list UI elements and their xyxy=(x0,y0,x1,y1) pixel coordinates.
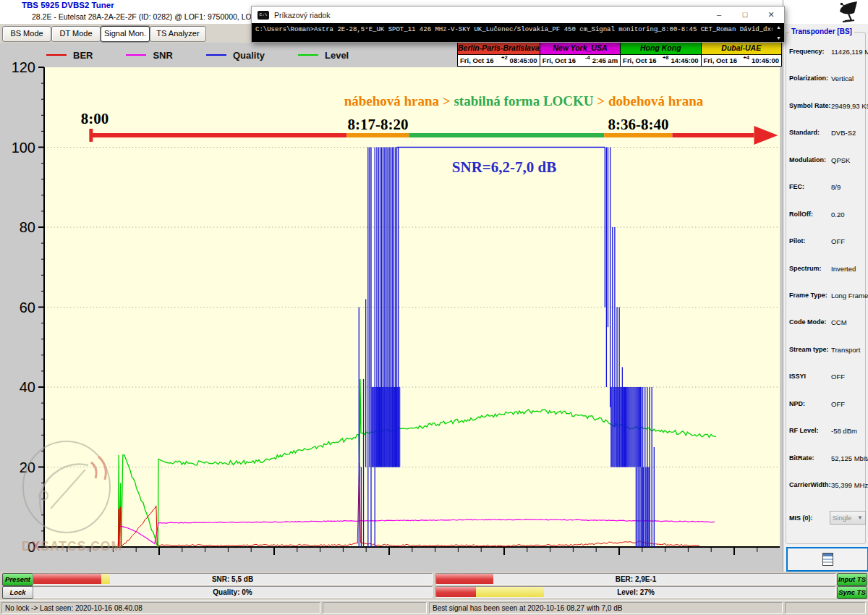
transponder-row-label: ISSYI xyxy=(789,373,831,380)
transponder-row-label: Standard: xyxy=(789,129,831,136)
sync-ts-indicator[interactable]: Sync TS xyxy=(837,586,867,599)
clock-time-row: Fri, Oct 16-42:45 am xyxy=(540,55,620,66)
legend-swatch-ber xyxy=(46,54,67,56)
input-ts-indicator[interactable]: Input TS xyxy=(837,573,867,586)
transponder-row-label: Frame Type: xyxy=(789,292,831,299)
transponder-row-value: Long Frame xyxy=(831,292,868,300)
world-clocks: Berlin-Paris-BratislavaFri, Oct 16+208:4… xyxy=(457,41,782,67)
transponder-row-label: NPD: xyxy=(789,400,831,407)
y-axis-label: 120 xyxy=(12,59,35,75)
mis-dropdown[interactable]: Single ▼ xyxy=(830,511,866,525)
progress-bar-label: BER: 2,9E-1 xyxy=(436,574,835,584)
lock-indicator[interactable]: Lock xyxy=(2,586,33,599)
tab-ts-analyzer-ok-[interactable]: TS Analyzer (OK) xyxy=(150,26,206,42)
cmd-window-title: Príkazový riadok xyxy=(274,11,706,20)
clock-hong-kong: Hong KongFri, Oct 16+814:45:00 xyxy=(621,41,701,67)
transponder-row: RollOff:0.20 xyxy=(789,211,866,237)
clock-utc-offset: +4 xyxy=(743,54,749,61)
y-axis-label: 80 xyxy=(20,219,35,235)
tab-dt-mode[interactable]: DT Mode xyxy=(51,26,101,42)
clock-city-label: Dubai-UAE xyxy=(702,42,781,55)
clock-date: Fri, Oct 16 xyxy=(704,56,744,64)
clock-time: 14:45:00 xyxy=(671,56,699,64)
transponder-row-label: BitRate: xyxy=(789,454,831,462)
scroll-down-icon[interactable]: ▼ xyxy=(776,35,781,41)
phase-annotation: nábehová hrana > stabilná forma LOCKU > … xyxy=(289,93,758,109)
transponder-row: Spectrum:Inverted xyxy=(789,265,866,292)
transponder-row-label: FEC: xyxy=(789,183,831,190)
clock-city-label: Hong Kong xyxy=(621,42,700,55)
transponder-row-value: OFF xyxy=(831,373,845,381)
transponder-row-value: OFF xyxy=(831,400,845,408)
transponder-row: Stream type:Transport xyxy=(789,346,866,373)
watermark-shape: DXSATCS.COM xyxy=(22,539,122,554)
app-window: TBS 5925 DVBS2 Tuner 28.2E - Eutelsat 28… xyxy=(0,0,868,615)
transponder-row: Pilot:OFF xyxy=(789,237,866,264)
cmd-title-bar[interactable]: C:\ Príkazový riadok – □ ✕ xyxy=(252,7,784,23)
phase-segment: nábehová hrana xyxy=(344,93,439,109)
cmd-scrollbar[interactable]: ▲ ▼ xyxy=(774,24,783,41)
transponder-row-value: 8/9 xyxy=(831,183,841,191)
mis-value: Single xyxy=(833,514,857,522)
clock-time-row: Fri, Oct 16+814:45:00 xyxy=(621,55,700,66)
status-panel-4 xyxy=(785,602,866,614)
tab-bs-mode[interactable]: BS Mode xyxy=(2,26,51,42)
status-best-signal-text: Best signal has been seen at 2020-10-16 … xyxy=(429,602,783,614)
transponder-row: Symbol Rate:29499,93 KS/s xyxy=(789,102,866,129)
transponder-row-value: Transport xyxy=(831,346,860,354)
legend-swatch-quality xyxy=(206,54,226,56)
transponder-row-value: 29499,93 KS/s xyxy=(831,102,868,110)
clock-time: 2:45 am xyxy=(592,56,618,64)
legend-swatch-snr xyxy=(126,54,146,56)
progress-bar: Quality: 0% xyxy=(33,586,433,598)
legend-swatch-level xyxy=(298,54,318,56)
progress-bar: Level: 27% xyxy=(435,586,836,598)
transponder-row: Code Mode:CCM xyxy=(789,318,866,345)
transponder-row: FEC:8/9 xyxy=(789,183,866,210)
transponder-rows: Frequency:11426,119 MHzPolarization:Vert… xyxy=(789,48,866,508)
legend-label: SNR xyxy=(153,50,172,61)
clock-utc-offset: +8 xyxy=(663,54,669,61)
tab-signal-mon-[interactable]: Signal Mon. xyxy=(101,26,150,42)
scroll-up-icon[interactable]: ▲ xyxy=(776,24,781,30)
cmd-text: C:\Users\Roman>Astra 2E-28,5°E_UK SPOT_1… xyxy=(255,26,773,33)
legend-label: Level xyxy=(325,50,349,61)
progress-bar-label: Quality: 0% xyxy=(33,587,432,597)
transponder-row: Modulation:QPSK xyxy=(789,156,866,183)
transponder-row: CarrierWidth:35,399 MHz xyxy=(789,481,866,508)
phase-segment: > xyxy=(439,93,454,109)
minimize-icon[interactable]: – xyxy=(706,7,732,23)
stream-list-button[interactable] xyxy=(786,547,868,572)
maximize-icon[interactable]: □ xyxy=(732,7,758,23)
close-icon[interactable]: ✕ xyxy=(758,7,784,23)
status-lock-text: No lock -> Last seen: 2020-10-16 08.40.0… xyxy=(1,602,320,614)
clock-time-row: Fri, Oct 16+410:45:00 xyxy=(702,55,781,66)
signal-chart-area: 020406080100120DXSATCS.COM BERSNRQuality… xyxy=(0,43,783,572)
transponder-row-value: 11426,119 MHz xyxy=(831,48,868,56)
clock-dubai-uae: Dubai-UAEFri, Oct 16+410:45:00 xyxy=(702,41,782,67)
legend-label: Quality xyxy=(233,50,265,61)
transponder-row-label: Frequency: xyxy=(789,48,831,55)
transponder-row: Standard:DVB-S2 xyxy=(789,129,866,156)
command-prompt-window: C:\ Príkazový riadok – □ ✕ C:\Users\Roma… xyxy=(251,6,785,43)
sidebar-header xyxy=(783,0,868,24)
transponder-row-label: RollOff: xyxy=(789,211,831,218)
status-bar: No lock -> Last seen: 2020-10-16 08.40.0… xyxy=(0,600,868,615)
legend-item-snr: SNR xyxy=(126,50,172,61)
present-indicator[interactable]: Present xyxy=(2,573,33,586)
phase-segment: > xyxy=(594,93,608,109)
transponder-row-label: Modulation: xyxy=(789,156,831,164)
transponder-row-value: Inverted xyxy=(831,265,856,273)
transponder-row-value: QPSK xyxy=(831,156,850,164)
clock-city-label: New York_USA xyxy=(540,42,620,55)
progress-bar-label: SNR: 5,5 dB xyxy=(33,574,432,584)
chevron-down-icon: ▼ xyxy=(857,514,863,521)
transponder-row-label: RF Level: xyxy=(789,427,831,434)
cmd-console[interactable]: C:\Users\Roman>Astra 2E-28,5°E_UK SPOT_1… xyxy=(252,23,784,42)
satellite-dish-icon xyxy=(838,1,861,23)
legend-item-level: Level xyxy=(298,50,349,61)
lock-out-time-label: 8:36-8:40 xyxy=(587,116,689,134)
clock-date: Fri, Oct 16 xyxy=(623,56,663,64)
transponder-row: Polarization:Vertical xyxy=(789,75,866,101)
transponder-sidebar: Transponder [BS] Frequency:11426,119 MHz… xyxy=(783,0,868,572)
